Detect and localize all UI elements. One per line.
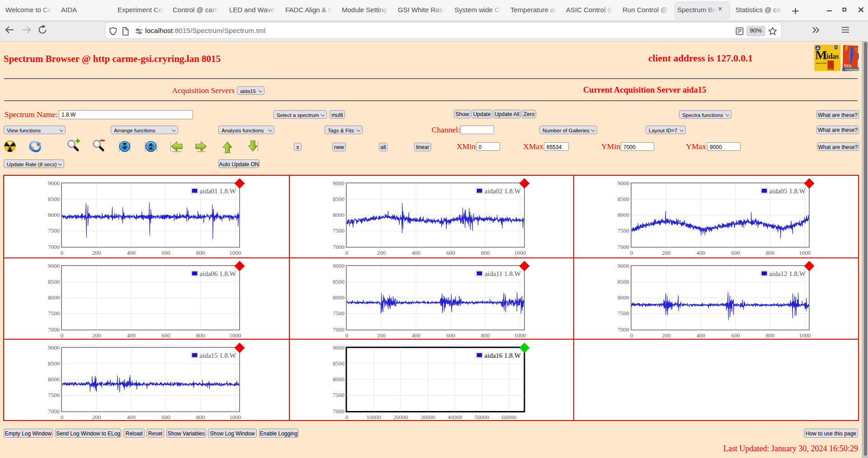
svg-text:0: 0: [630, 332, 633, 338]
svg-text:8000: 8000: [333, 294, 344, 301]
svg-text:8000: 8000: [48, 211, 60, 218]
svg-text:9000: 9000: [48, 180, 60, 187]
svg-text:30000: 30000: [420, 413, 435, 420]
svg-text:8000: 8000: [618, 211, 629, 218]
svg-text:1000: 1000: [229, 332, 241, 338]
svg-text:aida15 1.8.W: aida15 1.8.W: [200, 351, 236, 359]
svg-text:7500: 7500: [48, 227, 60, 234]
svg-text:9000: 9000: [333, 180, 344, 187]
svg-text:9000: 9000: [333, 344, 344, 351]
svg-text:9000: 9000: [333, 262, 344, 269]
svg-text:400: 400: [697, 332, 706, 338]
svg-text:aida16 1.8.W: aida16 1.8.W: [485, 351, 521, 359]
svg-text:400: 400: [412, 249, 421, 256]
svg-text:7500: 7500: [618, 227, 629, 234]
svg-text:7000: 7000: [48, 407, 60, 414]
svg-text:1000: 1000: [514, 332, 526, 338]
svg-text:8000: 8000: [333, 211, 344, 218]
svg-text:200: 200: [92, 249, 101, 256]
svg-text:0: 0: [345, 413, 349, 420]
svg-text:600: 600: [446, 249, 455, 256]
svg-text:600: 600: [731, 332, 740, 338]
svg-text:40000: 40000: [448, 413, 462, 420]
svg-text:800: 800: [196, 332, 205, 338]
svg-text:200: 200: [662, 249, 671, 256]
svg-text:800: 800: [481, 332, 490, 338]
svg-text:9000: 9000: [48, 262, 60, 269]
svg-text:10000: 10000: [367, 413, 382, 420]
svg-text:1000: 1000: [799, 332, 811, 338]
svg-text:800: 800: [481, 249, 490, 256]
svg-text:7000: 7000: [618, 243, 629, 250]
svg-text:1000: 1000: [514, 249, 526, 256]
svg-text:7500: 7500: [333, 227, 344, 234]
svg-text:400: 400: [127, 249, 136, 256]
svg-text:8500: 8500: [48, 360, 60, 367]
svg-text:200: 200: [92, 413, 101, 420]
svg-text:400: 400: [697, 249, 706, 256]
svg-text:400: 400: [127, 413, 136, 420]
svg-text:8000: 8000: [333, 376, 344, 383]
svg-text:TCL: TCL: [844, 63, 853, 68]
svg-text:0: 0: [345, 332, 349, 338]
svg-text:600: 600: [731, 249, 740, 256]
svg-text:800: 800: [766, 249, 775, 256]
svg-text:8500: 8500: [48, 196, 60, 202]
svg-text:800: 800: [196, 249, 205, 256]
svg-text:idas: idas: [826, 52, 839, 60]
svg-text:7000: 7000: [333, 407, 344, 414]
svg-text:8500: 8500: [48, 278, 60, 285]
svg-text:1000: 1000: [799, 249, 811, 256]
svg-text:200: 200: [377, 332, 386, 338]
svg-text:0: 0: [61, 249, 64, 256]
svg-text:60000: 60000: [502, 413, 517, 420]
svg-text:8000: 8000: [48, 376, 60, 383]
svg-text:9000: 9000: [618, 262, 629, 269]
svg-text:7000: 7000: [618, 326, 629, 332]
svg-text:0: 0: [345, 249, 349, 256]
svg-text:200: 200: [92, 332, 101, 338]
svg-text:aida11 1.8.W: aida11 1.8.W: [485, 270, 521, 277]
svg-text:0: 0: [61, 332, 64, 338]
svg-text:8500: 8500: [333, 360, 344, 367]
svg-text:8500: 8500: [618, 196, 629, 202]
svg-text:8500: 8500: [618, 278, 629, 285]
svg-text:1000: 1000: [229, 413, 241, 420]
svg-text:800: 800: [196, 413, 205, 420]
svg-text:800: 800: [766, 332, 775, 338]
svg-text:7000: 7000: [48, 243, 60, 250]
svg-text:200: 200: [377, 249, 386, 256]
svg-text:7000: 7000: [48, 326, 60, 332]
svg-text:Logo: Logo: [828, 68, 832, 70]
svg-text:7500: 7500: [618, 310, 629, 317]
svg-text:7500: 7500: [48, 310, 60, 317]
svg-text:7000: 7000: [333, 326, 344, 332]
svg-text:M: M: [815, 48, 827, 62]
svg-text:7500: 7500: [333, 310, 344, 317]
svg-text:8500: 8500: [333, 278, 344, 285]
svg-text:aida01 1.8.W: aida01 1.8.W: [200, 187, 236, 195]
svg-text:400: 400: [412, 332, 421, 338]
svg-text:aida06 1.8.W: aida06 1.8.W: [200, 270, 236, 277]
svg-text:aida02 1.8.W: aida02 1.8.W: [485, 187, 521, 195]
svg-text:7500: 7500: [48, 392, 60, 398]
svg-text:POWERED: POWERED: [845, 68, 859, 71]
svg-text:600: 600: [161, 249, 170, 256]
svg-text:50000: 50000: [475, 413, 490, 420]
svg-text:8000: 8000: [48, 294, 60, 301]
svg-text:0: 0: [630, 249, 633, 256]
svg-text:aida12 1.8.W: aida12 1.8.W: [769, 270, 806, 277]
svg-text:powered by: powered by: [816, 62, 827, 64]
svg-text:20000: 20000: [393, 413, 408, 420]
svg-text:1000: 1000: [229, 249, 241, 256]
svg-text:9000: 9000: [618, 180, 629, 187]
svg-text:400: 400: [127, 332, 136, 338]
svg-text:8500: 8500: [333, 196, 344, 202]
svg-text:7500: 7500: [333, 392, 344, 398]
svg-text:0: 0: [61, 413, 64, 420]
svg-text:600: 600: [446, 332, 455, 338]
svg-text:600: 600: [161, 332, 170, 338]
svg-text:8000: 8000: [618, 294, 629, 301]
svg-text:7000: 7000: [333, 243, 344, 250]
svg-text:200: 200: [662, 332, 671, 338]
